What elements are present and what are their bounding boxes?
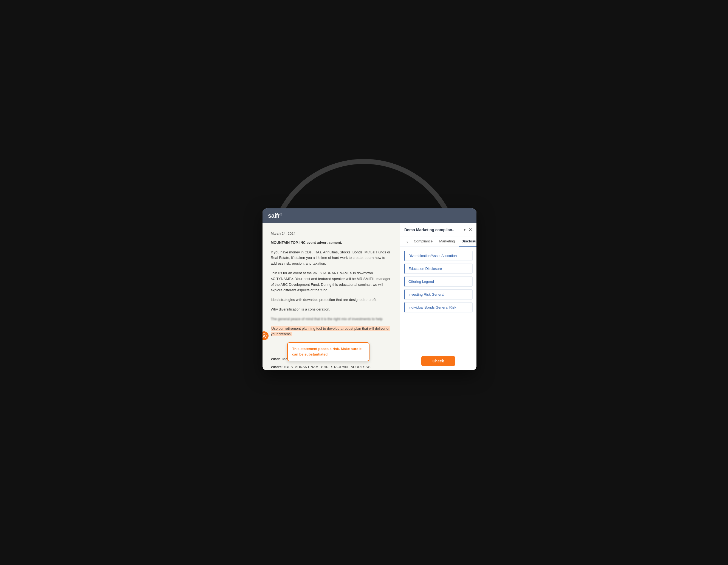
check-button[interactable]: Check (421, 356, 455, 366)
dropdown-arrow-icon[interactable]: ▼ (463, 228, 466, 232)
document-paragraph-3: Ideal strategies with downside protectio… (271, 297, 391, 303)
sidebar-panel: Demo Marketing complian.. ▼ ✕ ⌂ Complian… (400, 223, 476, 370)
tooltip-text: This statement poses a risk. Make sure i… (292, 347, 362, 357)
document-title: MOUNTAIN TOP, INC event advertisement. (271, 240, 391, 246)
sidebar-header: Demo Marketing complian.. ▼ ✕ (400, 223, 476, 236)
tab-disclosures[interactable]: Disclosures (459, 236, 476, 246)
tab-home[interactable]: ⌂ (403, 237, 410, 246)
content-area: March 24, 2024 MOUNTAIN TOP, INC event a… (263, 223, 476, 370)
check-button-container: Check (400, 352, 476, 370)
highlighted-text: Use our retirement planning tool to deve… (271, 326, 390, 337)
disclosure-item-5[interactable]: Individual Bonds General Risk (404, 302, 473, 313)
risk-tooltip: This statement poses a risk. Make sure i… (287, 342, 369, 362)
warning-icon-container (263, 332, 269, 340)
footer-where-label: Where (271, 365, 282, 369)
document-blurred-text: The general peace of mind that it is the… (271, 316, 391, 322)
sidebar-header-actions: ▼ ✕ (463, 227, 472, 232)
footer-where: Where: <RESTAURANT NAME> <RESTAURANT ADD… (271, 364, 391, 370)
tabs-bar: ⌂ Compliance Marketing Disclosures (400, 236, 476, 247)
browser-window: saifr® March 24, 2024 MOUNTAIN TOP, INC … (263, 208, 476, 370)
disclosure-item-1[interactable]: Diversification/Asset Allocation (404, 251, 473, 261)
footer-when-label: When (271, 357, 280, 361)
document-highlighted-paragraph: Use our retirement planning tool to deve… (271, 326, 391, 338)
disclosure-item-3[interactable]: Offering Legend (404, 276, 473, 287)
document-paragraph-1: If you have money in CDs, IRAs, Annuitie… (271, 249, 391, 266)
saifr-logo: saifr® (268, 212, 282, 219)
close-button[interactable]: ✕ (469, 227, 472, 232)
document-paragraph-4: Why diversification is a consideration. (271, 307, 391, 313)
highlight-section: Use our retirement planning tool to deve… (271, 326, 391, 338)
disclosure-list: Diversification/Asset Allocation Educati… (400, 247, 476, 352)
title-bar: saifr® (263, 208, 476, 223)
document-paragraph-2: Join us for an event at the <RESTAURANT … (271, 270, 391, 293)
sidebar-title: Demo Marketing complian.. (404, 227, 454, 232)
warning-icon (263, 332, 269, 340)
document-panel[interactable]: March 24, 2024 MOUNTAIN TOP, INC event a… (263, 223, 400, 370)
tab-compliance[interactable]: Compliance (411, 236, 435, 246)
disclosure-item-2[interactable]: Education Disclosure (404, 263, 473, 274)
tab-marketing[interactable]: Marketing (436, 236, 458, 246)
footer-where-value: : <RESTAURANT NAME> <RESTAURANT ADDRESS>… (282, 365, 371, 369)
document-date: March 24, 2024 (271, 231, 391, 237)
disclosure-item-4[interactable]: Investing Risk General (404, 290, 473, 300)
